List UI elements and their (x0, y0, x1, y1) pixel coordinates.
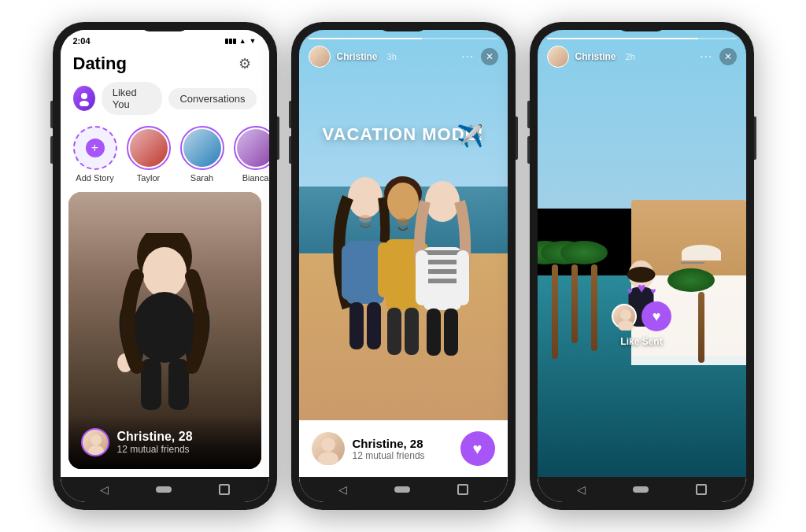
like-sent-label: Like Sent (620, 336, 662, 347)
story-header-actions: ··· ✕ (461, 48, 497, 65)
status-icons: ▲ ▼ (225, 37, 257, 45)
svg-rect-32 (416, 250, 428, 305)
volume-down-button-2 (289, 136, 291, 164)
svg-point-37 (397, 218, 409, 226)
story-avatar-bianca (237, 129, 269, 167)
story-item-bianca[interactable]: Bianca (234, 126, 269, 183)
svg-point-39 (318, 452, 338, 465)
svg-point-0 (81, 93, 87, 99)
svg-rect-30 (423, 269, 461, 274)
like-sent-heart-icon: ♥ (641, 301, 671, 331)
story-item-sarah[interactable]: Sarah (180, 126, 224, 183)
svg-point-1 (79, 101, 89, 106)
stories-row: + Add Story Taylor Sarah (61, 123, 269, 192)
more-options-button[interactable]: ··· (461, 50, 474, 64)
like-sent-badge: ♥ (612, 301, 671, 331)
volume-up-button (50, 101, 53, 128)
recents-button-3[interactable] (696, 484, 707, 495)
story-avatar-sarah (183, 129, 221, 167)
svg-rect-35 (444, 308, 458, 356)
more-options-button-3[interactable]: ··· (700, 50, 712, 64)
svg-point-20 (387, 183, 419, 220)
back-button-1[interactable]: ◁ (100, 483, 109, 496)
svg-rect-34 (427, 308, 441, 356)
power-button (277, 116, 279, 160)
add-story-item[interactable]: + Add Story (73, 126, 117, 183)
story-card-name: Christine, 28 (353, 437, 425, 450)
story-user-avatar-3 (547, 46, 569, 68)
battery-icon (225, 39, 236, 44)
card-avatar (81, 428, 109, 456)
person-silhouette (109, 233, 220, 414)
svg-point-43 (620, 309, 631, 320)
svg-rect-15 (342, 245, 354, 300)
card-name: Christine, 28 (117, 430, 193, 444)
back-button-3[interactable]: ◁ (577, 483, 586, 496)
android-nav-bar-1: ◁ (61, 477, 269, 502)
svg-point-44 (618, 320, 634, 331)
story-label-bianca: Bianca (242, 173, 269, 183)
add-story-button[interactable]: + (73, 126, 117, 170)
story-progress-bar-3 (547, 38, 737, 39)
card-info-overlay: Christine, 28 12 mutual friends (68, 416, 261, 469)
story-header-actions-3: ··· ✕ (700, 48, 736, 65)
phone-1: 2:04 ▲ ▼ Dating ⚙ (53, 22, 277, 510)
volume-down-button-3 (527, 136, 530, 164)
heart-float-large: ♥ (638, 280, 646, 297)
palm-tree-4 (688, 268, 715, 363)
story-header-3: Christine 2h ··· ✕ (538, 30, 746, 68)
svg-rect-29 (423, 260, 461, 264)
story-label-sarah: Sarah (190, 173, 213, 183)
android-nav-bar-2: ◁ (299, 477, 508, 502)
recents-button-1[interactable] (219, 484, 230, 495)
conversations-tab[interactable]: Conversations (168, 88, 256, 109)
svg-point-26 (425, 181, 460, 222)
floating-hearts: ♥ ♥ ♥ (627, 280, 656, 297)
story-label-taylor: Taylor (137, 173, 160, 183)
story-like-screen: ♥ ♥ ♥ ♥ Like Sent (538, 30, 746, 477)
phone-2-screen: Christine 3h ··· ✕ VACATION MODE! ✈️ (299, 30, 508, 502)
like-sent-user-avatar (612, 304, 637, 329)
volume-down-button (50, 136, 53, 164)
card-mutual: 12 mutual friends (117, 444, 193, 455)
phone-1-screen: 2:04 ▲ ▼ Dating ⚙ (61, 30, 269, 502)
phone-3-screen: ♥ ♥ ♥ ♥ Like Sent (538, 30, 746, 502)
story-progress-bar (309, 38, 498, 39)
svg-point-38 (321, 438, 335, 452)
story-user-info: Christine 3h (309, 46, 397, 68)
user-avatar-tab[interactable] (73, 86, 95, 111)
story-progress-fill (309, 38, 423, 39)
svg-rect-24 (387, 308, 401, 355)
home-button-1[interactable] (156, 486, 172, 493)
phone-2: Christine 3h ··· ✕ VACATION MODE! ✈️ (291, 22, 516, 510)
story-user-avatar (309, 46, 331, 68)
add-story-label: Add Story (76, 173, 113, 183)
volume-up-button-2 (289, 101, 291, 128)
svg-point-3 (142, 247, 187, 297)
story-user-info-3: Christine 2h (547, 46, 635, 68)
dating-header: Dating ⚙ (61, 49, 269, 82)
heart-float-small-2: ♥ (650, 286, 656, 297)
power-button-2 (516, 116, 518, 160)
card-text: Christine, 28 12 mutual friends (117, 430, 193, 455)
power-button-3 (754, 116, 756, 160)
close-story-button-3[interactable]: ✕ (719, 48, 737, 65)
close-story-button[interactable]: ✕ (481, 48, 498, 65)
recents-button-2[interactable] (457, 484, 468, 495)
home-button-2[interactable] (394, 486, 410, 493)
back-button-2[interactable]: ◁ (338, 483, 347, 496)
story-time-3: 2h (626, 52, 635, 61)
svg-point-11 (91, 434, 102, 445)
wifi-icon: ▲ (239, 37, 246, 45)
signal-icon: ▼ (250, 37, 257, 45)
profile-card[interactable]: Christine, 28 12 mutual friends (68, 192, 261, 469)
plus-icon: + (86, 139, 105, 157)
svg-rect-22 (378, 242, 390, 297)
story-item-taylor[interactable]: Taylor (127, 126, 171, 183)
liked-you-tab[interactable]: Liked You (102, 82, 163, 115)
settings-button[interactable]: ⚙ (233, 52, 257, 76)
story-screen: Christine 3h ··· ✕ VACATION MODE! ✈️ (299, 30, 508, 477)
story-card-avatar (312, 432, 345, 465)
like-button[interactable]: ♥ (460, 431, 495, 466)
home-button-3[interactable] (633, 486, 649, 493)
